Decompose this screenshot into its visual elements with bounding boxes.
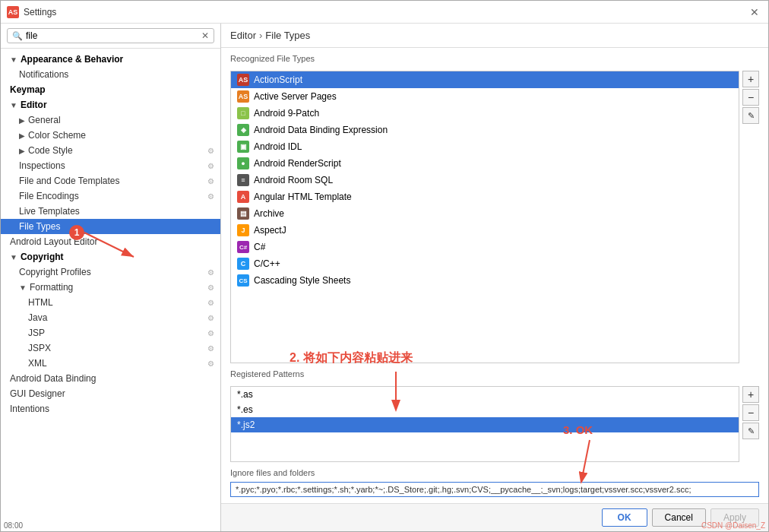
file-type-name: C# xyxy=(254,242,265,252)
file-type-icon: CS xyxy=(237,274,249,287)
settings-icon: ⚙ xyxy=(207,344,214,353)
ignore-label: Ignore files and folders xyxy=(230,468,759,477)
sidebar-item-color-scheme[interactable]: ▶ Color Scheme xyxy=(1,128,220,143)
file-type-angular-html[interactable]: A Angular HTML Template xyxy=(231,188,739,205)
file-type-android-renderscript[interactable]: ● Android RenderScript xyxy=(231,155,739,172)
ignore-input[interactable] xyxy=(230,482,759,497)
file-type-name: Android IDL xyxy=(254,141,302,152)
sidebar-item-gui-designer[interactable]: GUI Designer xyxy=(1,386,220,401)
sidebar-item-live-templates[interactable]: Live Templates xyxy=(1,204,220,219)
remove-file-type-button[interactable]: − xyxy=(742,89,759,106)
file-type-aspectj[interactable]: J AspectJ xyxy=(231,222,739,239)
file-type-asp[interactable]: AS Active Server Pages xyxy=(231,88,739,105)
sidebar-item-android-data-binding[interactable]: Android Data Binding xyxy=(1,371,220,386)
sidebar-item-html[interactable]: HTML ⚙ xyxy=(1,295,220,310)
sidebar-item-android-layout-editor[interactable]: Android Layout Editor xyxy=(1,234,220,249)
right-panel: Editor › File Types Recognized File Type… xyxy=(221,24,768,531)
search-input[interactable] xyxy=(26,30,198,41)
sidebar-item-xml[interactable]: XML ⚙ xyxy=(1,356,220,371)
file-type-css[interactable]: CS Cascading Style Sheets xyxy=(231,272,739,289)
pattern-as[interactable]: *.as xyxy=(231,387,739,402)
sidebar-item-editor[interactable]: ▼ Editor xyxy=(1,97,220,112)
sidebar-item-file-encodings[interactable]: File Encodings ⚙ xyxy=(1,188,220,204)
panel-header: Editor › File Types xyxy=(221,24,768,48)
sidebar-item-notifications[interactable]: Notifications xyxy=(1,67,220,82)
breadcrumb-arrow: › xyxy=(259,30,262,41)
settings-icon: ⚙ xyxy=(207,147,214,155)
sidebar-item-java[interactable]: Java ⚙ xyxy=(1,310,220,325)
sidebar-item-label: Android Layout Editor xyxy=(10,236,97,247)
edit-pattern-button[interactable]: ✎ xyxy=(742,423,759,439)
file-type-android-room-sql[interactable]: ≡ Android Room SQL xyxy=(231,172,739,188)
sidebar-item-jspx[interactable]: JSPX ⚙ xyxy=(1,340,220,356)
search-icon: 🔍 xyxy=(12,31,23,41)
file-type-name: C/C++ xyxy=(254,258,280,269)
sidebar-item-label: Copyright xyxy=(21,252,64,262)
sidebar-item-file-types[interactable]: File Types xyxy=(1,219,220,234)
expand-icon: ▶ xyxy=(19,131,25,140)
file-type-name: ActionScript xyxy=(254,74,302,85)
ignore-section: Ignore files and folders xyxy=(230,468,759,497)
search-clear-icon[interactable]: ✕ xyxy=(201,30,209,41)
sidebar-item-intentions[interactable]: Intentions xyxy=(1,401,220,416)
sidebar-item-copyright[interactable]: ▼ Copyright xyxy=(1,249,220,264)
patterns-buttons: + − ✎ xyxy=(742,386,759,462)
settings-icon: ⚙ xyxy=(207,299,214,307)
sidebar-item-inspections[interactable]: Inspections ⚙ xyxy=(1,158,220,173)
file-type-icon: A xyxy=(237,191,249,203)
expand-icon: ▼ xyxy=(10,55,17,64)
breadcrumb-editor: Editor xyxy=(230,30,256,41)
bottom-bar: OK Cancel Apply xyxy=(221,503,768,531)
sidebar-item-label: Color Scheme xyxy=(28,130,86,141)
settings-icon: ⚙ xyxy=(207,283,214,292)
remove-pattern-button[interactable]: − xyxy=(742,404,759,421)
file-type-android-data-binding[interactable]: ◈ Android Data Binding Expression xyxy=(231,122,739,138)
sidebar-item-general[interactable]: ▶ General xyxy=(1,112,220,128)
sidebar-item-appearance[interactable]: ▼ Appearance & Behavior xyxy=(1,52,220,67)
file-type-icon: AS xyxy=(237,90,249,103)
sidebar-item-label: File Encodings xyxy=(19,191,79,201)
add-file-type-button[interactable]: + xyxy=(742,71,759,87)
pattern-js2[interactable]: *.js2 xyxy=(231,417,739,432)
expand-icon: ▶ xyxy=(19,147,25,155)
settings-icon: ⚙ xyxy=(207,359,214,368)
window-title: Settings xyxy=(24,7,56,17)
edit-file-type-button[interactable]: ✎ xyxy=(742,107,759,124)
settings-window: AS Settings ✕ 🔍 ✕ ▼ Appearance & Behavio… xyxy=(0,0,769,532)
close-button[interactable]: ✕ xyxy=(747,5,762,20)
sidebar-item-label: HTML xyxy=(28,297,53,308)
ok-button[interactable]: OK xyxy=(602,508,647,527)
file-type-name: Cascading Style Sheets xyxy=(254,275,350,286)
file-types-buttons: + − ✎ xyxy=(742,71,759,363)
sidebar-item-label: GUI Designer xyxy=(10,388,65,399)
apply-button[interactable]: Apply xyxy=(710,508,759,527)
sidebar-tree: ▼ Appearance & Behavior Notifications Ke… xyxy=(1,49,220,531)
file-type-android-idl[interactable]: ▣ Android IDL xyxy=(231,138,739,155)
sidebar-item-jsp[interactable]: JSP ⚙ xyxy=(1,325,220,340)
add-pattern-button[interactable]: + xyxy=(742,386,759,403)
file-types-list: AS ActionScript AS Active Server Pages □… xyxy=(230,71,739,363)
sidebar-item-label: Android Data Binding xyxy=(10,373,96,384)
file-type-csharp[interactable]: C# C# xyxy=(231,239,739,255)
file-type-android9patch[interactable]: □ Android 9-Patch xyxy=(231,105,739,122)
registered-patterns-label: Registered Patterns xyxy=(230,369,759,378)
file-type-archive[interactable]: ▤ Archive xyxy=(231,205,739,222)
sidebar-item-label: JSP xyxy=(28,328,45,338)
sidebar-item-label: XML xyxy=(28,358,47,369)
file-type-name: Android RenderScript xyxy=(254,158,341,169)
app-icon: AS xyxy=(7,6,19,18)
pattern-es[interactable]: *.es xyxy=(231,402,739,417)
main-content: 🔍 ✕ ▼ Appearance & Behavior Notification… xyxy=(1,24,768,531)
sidebar-item-label: Copyright Profiles xyxy=(19,267,91,277)
sidebar-item-keymap[interactable]: Keymap xyxy=(1,82,220,97)
sidebar-item-file-code-templates[interactable]: File and Code Templates ⚙ xyxy=(1,173,220,188)
file-type-cpp[interactable]: C C/C++ xyxy=(231,255,739,272)
file-type-icon: ▤ xyxy=(237,207,249,220)
settings-icon: ⚙ xyxy=(207,314,214,322)
sidebar-item-code-style[interactable]: ▶ Code Style ⚙ xyxy=(1,143,220,158)
sidebar: 🔍 ✕ ▼ Appearance & Behavior Notification… xyxy=(1,24,221,531)
sidebar-item-copyright-profiles[interactable]: Copyright Profiles ⚙ xyxy=(1,264,220,280)
cancel-button[interactable]: Cancel xyxy=(652,508,706,527)
sidebar-item-formatting[interactable]: ▼ Formatting ⚙ xyxy=(1,280,220,295)
file-type-actionscript[interactable]: AS ActionScript xyxy=(231,71,739,88)
